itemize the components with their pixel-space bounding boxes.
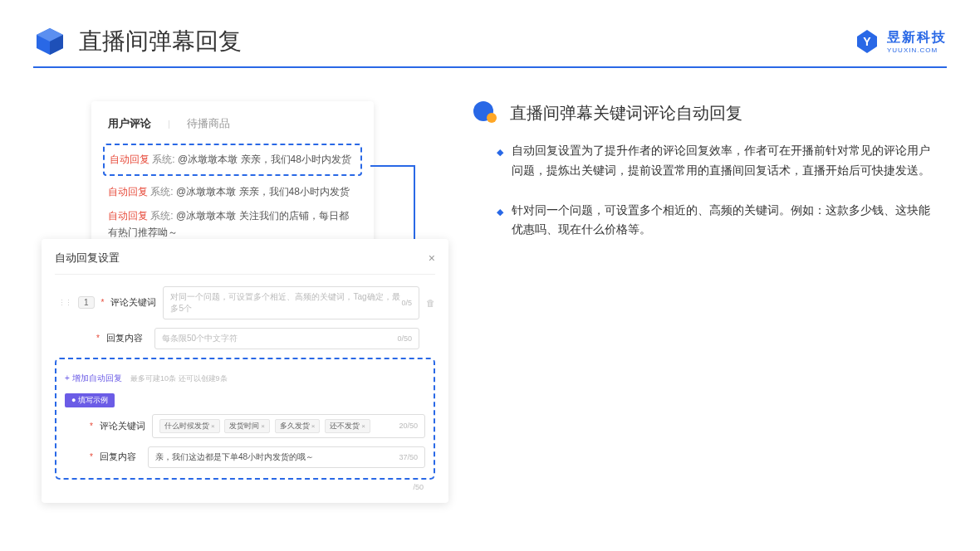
diamond-icon: ◆	[497, 204, 503, 241]
bubble-icon	[473, 101, 500, 124]
bullet-text-1: 自动回复设置为了提升作者的评论回复效率，作者可在开播前针对常见的评论用户问题，提…	[512, 141, 938, 181]
example-reply-label: 回复内容	[100, 451, 141, 463]
example-keyword-label: 评论关键词	[100, 420, 145, 432]
tag-chip: 多久发货×	[275, 419, 321, 433]
reply-row: * 回复内容 每条限50个中文字符 0/50	[55, 328, 435, 349]
logo-icon: Y	[854, 28, 880, 55]
tag-chip: 发货时间×	[224, 419, 270, 433]
required-star: *	[101, 298, 105, 307]
page-title: 直播间弹幕回复	[79, 26, 242, 57]
diamond-icon: ◆	[497, 144, 503, 181]
required-star: *	[90, 422, 93, 431]
drag-handle-icon[interactable]: ⋮⋮	[58, 299, 71, 307]
reply-input[interactable]: 每条限50个中文字符 0/50	[154, 328, 419, 349]
tag-chip: 什么时候发货×	[159, 419, 220, 433]
tab-products[interactable]: 待播商品	[187, 116, 230, 131]
settings-title: 自动回复设置	[55, 251, 120, 266]
bullet-text-2: 针对同一个问题，可设置多个相近的、高频的关键词。例如：这款多少钱、这块能优惠吗、…	[512, 201, 938, 241]
keyword-input[interactable]: 对同一个问题，可设置多个相近、高频的关键词，Tag确定，最多5个 0/5	[163, 286, 419, 319]
auto-reply-tag: 自动回复	[110, 154, 149, 165]
delete-icon[interactable]: 🗑	[426, 298, 435, 308]
index-badge: 1	[78, 296, 95, 309]
system-tag: 系统:	[150, 210, 173, 222]
tag-chip: 还不发货×	[325, 419, 370, 433]
keyword-label: 评论关键词	[110, 296, 156, 309]
required-star: *	[90, 452, 93, 461]
highlighted-comment: 自动回复 系统: @冰墩墩本墩 亲亲，我们48小时内发货	[103, 144, 362, 176]
reply-label: 回复内容	[106, 332, 148, 344]
logo-text-sub: YUUXIN.COM	[887, 46, 947, 54]
example-reply-input[interactable]: 亲，我们这边都是下单48小时内发货的哦～ 37/50	[148, 446, 425, 468]
screenshot-column: 用户评论 | 待播商品 自动回复 系统: @冰墩墩本墩 亲亲，我们48小时内发货…	[42, 101, 424, 503]
example-badge: ● 填写示例	[65, 393, 115, 407]
keyword-row: ⋮⋮ 1 * 评论关键词 对同一个问题，可设置多个相近、高频的关键词，Tag确定…	[55, 286, 435, 319]
connector-line	[370, 165, 415, 167]
section-title: 直播间弹幕关键词评论自动回复	[510, 102, 742, 124]
comment-text-1: @冰墩墩本墩 亲亲，我们48小时内发货	[178, 154, 351, 165]
auto-reply-tag: 自动回复	[108, 210, 148, 222]
svg-text:Y: Y	[863, 35, 871, 48]
tab-separator: |	[168, 119, 170, 129]
example-highlight: + 增加自动回复 最多可建10条 还可以创建9条 ● 填写示例 * 评论关键词 …	[55, 358, 435, 480]
add-auto-reply-link[interactable]: + 增加自动回复	[65, 373, 122, 383]
system-tag: 系统:	[152, 154, 174, 165]
system-tag: 系统:	[150, 186, 173, 197]
tab-comments[interactable]: 用户评论	[108, 116, 151, 131]
section-header: 直播间弹幕关键词评论自动回复	[473, 101, 938, 124]
example-keyword-input[interactable]: 什么时候发货× 发货时间× 多久发货× 还不发货× 20/50	[152, 414, 425, 438]
brand-logo: Y 昱新科技 YUUXIN.COM	[854, 28, 947, 55]
extra-counter: /50	[55, 480, 435, 491]
comment-text-2: @冰墩墩本墩 亲亲，我们48小时内发货	[176, 186, 350, 197]
description-column: 直播间弹幕关键词评论自动回复 ◆ 自动回复设置为了提升作者的评论回复效率，作者可…	[473, 101, 938, 503]
bullet-item: ◆ 自动回复设置为了提升作者的评论回复效率，作者可在开播前针对常见的评论用户问题…	[473, 141, 938, 181]
add-hint: 最多可建10条 还可以创建9条	[130, 374, 228, 383]
auto-reply-tag: 自动回复	[108, 186, 148, 197]
close-icon[interactable]: ×	[429, 251, 435, 265]
logo-text-main: 昱新科技	[887, 29, 947, 46]
page-header: 直播间弹幕回复 Y 昱新科技 YUUXIN.COM	[0, 0, 980, 66]
auto-reply-settings-panel: 自动回复设置 × ⋮⋮ 1 * 评论关键词 对同一个问题，可设置多个相近、高频的…	[42, 239, 448, 503]
bullet-item: ◆ 针对同一个问题，可设置多个相近的、高频的关键词。例如：这款多少钱、这块能优惠…	[473, 201, 938, 241]
required-star: *	[96, 334, 100, 343]
cube-icon	[33, 25, 66, 58]
tabs: 用户评论 | 待播商品	[108, 116, 357, 131]
